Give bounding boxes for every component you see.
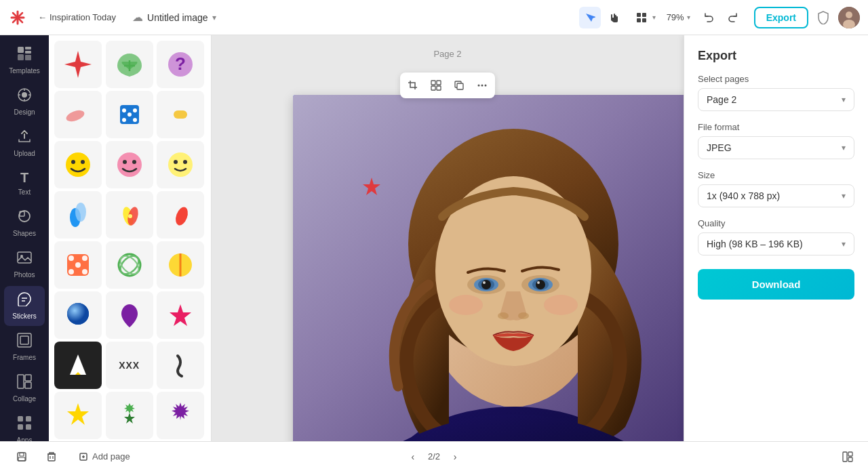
svg-rect-6: [637, 18, 641, 22]
copy-tool-button[interactable]: [449, 75, 469, 96]
canvas-area: Page 2: [212, 35, 684, 441]
title-chevron-icon[interactable]: ▾: [212, 13, 216, 22]
sidebar-item-apps[interactable]: Apps: [4, 410, 45, 441]
delete-button[interactable]: [41, 449, 62, 465]
list-item[interactable]: [106, 291, 153, 339]
list-item[interactable]: [106, 392, 153, 439]
svg-rect-14: [18, 54, 24, 60]
list-item[interactable]: [54, 141, 102, 188]
back-button[interactable]: ← Inspiration Today: [33, 9, 121, 25]
document-title[interactable]: Untitled image: [147, 12, 208, 23]
svg-rect-82: [457, 83, 463, 89]
list-item[interactable]: [54, 41, 102, 88]
list-item[interactable]: [106, 241, 153, 289]
zoom-control[interactable]: 79% ▾: [661, 9, 696, 25]
text-label: Text: [18, 188, 31, 197]
redo-button[interactable]: [722, 7, 743, 28]
list-item[interactable]: [54, 91, 102, 138]
svg-point-102: [537, 281, 540, 284]
select-tool-button[interactable]: [579, 7, 601, 28]
title-area: ☁ Untitled image ▾: [132, 11, 216, 24]
bottom-bar: Add page ‹ 2/2 ›: [0, 441, 868, 471]
next-page-button[interactable]: ›: [446, 447, 465, 466]
apps-icon: [17, 415, 32, 434]
bottom-right-tools: [838, 447, 857, 466]
svg-point-67: [75, 262, 81, 268]
select-pages-chevron-icon: ▾: [842, 95, 846, 104]
svg-rect-15: [25, 55, 31, 60]
list-item[interactable]: [157, 241, 204, 289]
hand-tool-button[interactable]: [604, 7, 625, 28]
undo-button[interactable]: [698, 7, 720, 28]
list-item[interactable]: [54, 241, 102, 289]
list-item[interactable]: [106, 141, 153, 188]
canvas-sticker[interactable]: [361, 176, 382, 203]
list-item[interactable]: XXX: [106, 342, 153, 389]
header: ← Inspiration Today ☁ Untitled image ▾ ▾…: [0, 0, 868, 35]
svg-point-39: [64, 108, 85, 124]
upload-icon: [17, 129, 32, 147]
design-icon: [17, 87, 32, 106]
user-avatar[interactable]: [838, 7, 860, 28]
list-item[interactable]: [106, 91, 153, 138]
svg-point-66: [82, 269, 87, 274]
canvas-image: [293, 95, 684, 441]
sidebar-item-collage[interactable]: Collage: [4, 369, 45, 409]
sidebar-item-text[interactable]: T Text: [4, 165, 45, 202]
crop-tool-button[interactable]: [403, 75, 423, 96]
svg-rect-13: [25, 51, 31, 54]
layout-view-button[interactable]: [838, 447, 857, 466]
save-button[interactable]: [11, 449, 33, 465]
select-pages-dropdown[interactable]: Page 2 ▾: [698, 88, 854, 111]
svg-point-64: [82, 255, 87, 261]
list-item[interactable]: [54, 191, 102, 239]
file-format-dropdown[interactable]: JPEG ▾: [698, 136, 854, 159]
svg-rect-118: [848, 457, 852, 462]
shield-button[interactable]: [814, 8, 833, 27]
sidebar-item-templates[interactable]: Templates: [4, 41, 45, 81]
export-button[interactable]: Export: [754, 7, 808, 28]
canvas-frame[interactable]: [293, 95, 684, 441]
sidebar-item-shapes[interactable]: Shapes: [4, 203, 45, 243]
list-item[interactable]: [157, 342, 204, 389]
size-dropdown[interactable]: 1x (940 x 788 px) ▾: [698, 184, 854, 207]
svg-rect-80: [431, 86, 435, 90]
svg-point-105: [449, 295, 483, 315]
sidebar-item-upload[interactable]: Upload: [4, 123, 45, 163]
svg-point-55: [183, 160, 187, 164]
list-item[interactable]: [157, 392, 204, 439]
list-item[interactable]: [106, 191, 153, 239]
templates-icon: [17, 46, 32, 64]
list-item[interactable]: [106, 41, 153, 88]
layout-tool-group[interactable]: ▾: [628, 7, 658, 28]
app-logo[interactable]: [8, 8, 27, 27]
list-item[interactable]: [157, 291, 204, 339]
zoom-chevron-icon: ▾: [687, 14, 690, 21]
file-format-field: File format JPEG ▾: [698, 122, 854, 159]
list-item[interactable]: [54, 342, 102, 389]
list-item[interactable]: [54, 392, 102, 439]
download-button[interactable]: Download: [698, 269, 854, 300]
add-page-button[interactable]: Add page: [71, 449, 138, 464]
sidebar-item-photos[interactable]: Photos: [4, 245, 45, 285]
list-item[interactable]: ?: [157, 41, 204, 88]
sidebar-item-frames[interactable]: Frames: [4, 327, 45, 367]
prev-page-button[interactable]: ‹: [403, 447, 422, 466]
svg-rect-24: [18, 252, 31, 263]
bottom-left-tools: Add page: [11, 449, 138, 465]
sidebar-item-stickers[interactable]: Stickers: [4, 286, 45, 326]
stickers-icon: [17, 291, 32, 310]
list-item[interactable]: [157, 141, 204, 188]
svg-point-65: [68, 269, 74, 274]
list-item[interactable]: [54, 291, 102, 339]
quality-dropdown[interactable]: High (98 KB – 196 KB) ▾: [698, 232, 854, 255]
more-options-button[interactable]: [472, 75, 492, 96]
layout-tool-button[interactable]: [631, 7, 652, 28]
layout-chevron-icon: ▾: [652, 14, 656, 21]
grid-tool-button[interactable]: [426, 75, 446, 96]
sidebar-item-design[interactable]: Design: [4, 82, 45, 122]
list-item[interactable]: [157, 91, 204, 138]
list-item[interactable]: [157, 191, 204, 239]
svg-rect-107: [18, 453, 26, 461]
svg-rect-12: [25, 47, 31, 49]
